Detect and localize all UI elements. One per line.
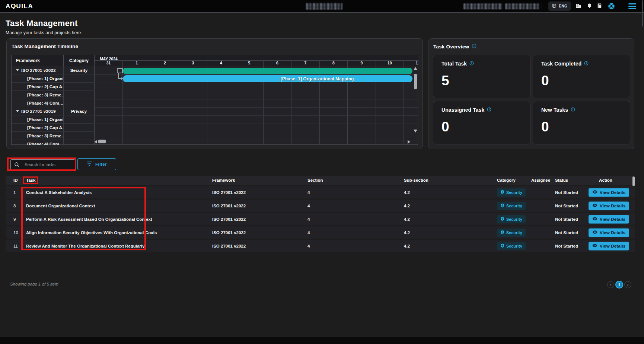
column-header-section: Section [307,176,323,185]
search-input[interactable] [11,160,75,169]
gantt-row[interactable]: [Phase: 3] Reme… [12,91,95,99]
cell-section: 4 [307,244,310,248]
gantt-row[interactable]: ISO 27701 v2019Privacy [12,107,95,115]
gantt-day-label: 9 [347,61,376,66]
gantt-day-label: 31 [95,61,122,66]
gantt-month-row: MAY 2024 [95,55,418,61]
chevron-down-icon[interactable] [16,69,19,71]
view-details-button[interactable]: View Details [589,228,629,237]
cell-sub-section: 4.2 [404,217,410,222]
organization-button[interactable] [576,3,581,10]
cell-framework: ISO 27001 v2022 [212,217,246,222]
prev-page-button[interactable]: ‹ [607,281,614,288]
search-box[interactable] [10,159,75,170]
language-button[interactable]: ENG [548,1,571,11]
scroll-thumb[interactable] [98,140,106,143]
category-badge: Security [497,215,526,223]
app-logo[interactable]: AQUILA [6,3,33,10]
cell-section: 4 [307,230,310,235]
globe-icon [552,3,557,9]
current-page-button[interactable]: 1 [615,281,623,289]
cell-sub-section: 4.2 [404,190,410,195]
cell-section: 4 [307,204,310,208]
info-icon[interactable] [469,61,474,67]
gantt-row[interactable]: [Phase: 1] Organi… [12,74,95,83]
dependency-handle[interactable] [117,68,123,73]
gantt-framework-cell: ISO 27001 v2022 [12,66,64,74]
gantt-row[interactable]: ISO 27001 v2022Security [12,66,95,74]
gantt-framework-cell: [Phase: 4] Com… [12,140,64,145]
logo-text: AQUILA [6,3,33,10]
pagination: ‹ 1 › [607,281,631,289]
support-button[interactable] [608,3,615,11]
gantt-row[interactable]: [Phase: 1] Organi… [12,115,95,124]
gantt-row-label: [Phase: 1] Organi… [27,76,64,81]
gantt-row[interactable]: [Phase: 4] Com… [12,99,95,107]
next-page-button[interactable]: › [624,281,631,288]
building-icon [576,3,581,10]
gantt-row[interactable]: [Phase: 2] Gap A… [12,83,95,91]
overview-title-text: Task Overview [433,44,469,50]
info-icon[interactable] [487,107,491,113]
cell-id: 11 [13,244,18,248]
documentation-button[interactable] [597,3,602,10]
metric-value: 5 [441,73,449,89]
table-row: 9Perform A Risk Assessment Based On Orga… [6,213,635,225]
info-icon[interactable] [571,107,575,113]
book-icon [597,3,602,10]
info-icon[interactable] [584,61,589,67]
metric-label: Task Completed [541,61,589,67]
view-details-button[interactable]: View Details [589,242,629,250]
cell-id: 8 [13,204,16,208]
scroll-down-arrow-icon[interactable] [414,130,417,133]
category-badge: Security [497,242,526,250]
table-header-row: IDTaskFrameworkSectionSub-sectionCategor… [6,176,635,185]
gantt-row[interactable]: [Phase: 2] Gap A… [12,124,95,132]
cell-status: Not Started [555,217,578,222]
filter-button[interactable]: Filter [77,158,116,170]
gantt-row-label: [Phase: 4] Com… [27,141,64,145]
view-details-button[interactable]: View Details [589,201,629,210]
view-details-button[interactable]: View Details [589,188,629,197]
gantt-bar-framework[interactable] [123,68,412,74]
metric-value: 0 [541,119,549,135]
shield-icon [500,190,504,195]
table-scrollbar-thumb[interactable] [632,176,635,186]
info-icon[interactable] [472,44,476,50]
gantt-horizontal-scrollbar[interactable] [95,139,415,144]
scroll-right-arrow-icon[interactable] [408,140,410,144]
chevron-down-icon[interactable] [16,110,19,112]
gantt-row-label: [Phase: 2] Gap A… [27,125,64,130]
gantt-day-label: 5 [235,61,263,66]
gantt-row-labels: ISO 27001 v2022Security[Phase: 1] Organi… [12,66,95,145]
eye-icon [592,203,597,208]
view-details-button[interactable]: View Details [589,215,629,223]
gantt-row[interactable]: [Phase: 3] Reme… [12,132,95,140]
metric-card: New Tasks0 [533,101,630,144]
column-header-sub-section: Sub-section [404,176,428,185]
cell-sub-section: 4.2 [404,230,410,235]
column-header-task: Task [26,176,35,185]
scroll-thumb[interactable] [414,74,417,89]
scroll-up-arrow-icon[interactable] [414,67,417,70]
notifications-button[interactable] [587,3,592,10]
gantt-day-label: 4 [207,61,235,66]
gantt-category-cell [64,83,95,90]
top-navbar: AQUILA ENG [0,0,644,13]
gantt-bar-phase[interactable]: [Phase: 1] Organizational Mapping [123,75,412,82]
page-scrollbar-thumb[interactable] [642,0,643,26]
lifebuoy-icon [608,3,615,11]
table-row: 10Align Information Security Objectives … [6,226,635,239]
grid-line [95,132,418,132]
column-header-id: ID [13,176,18,185]
redacted-text-center [306,3,342,10]
gantt-row[interactable]: [Phase: 4] Com… [12,140,95,145]
gantt-day-label: 6 [263,61,291,66]
menu-button[interactable] [628,3,636,9]
gantt-vertical-scrollbar[interactable] [412,67,418,144]
scroll-left-arrow-icon[interactable] [95,140,97,144]
cell-status: Not Started [555,204,578,208]
task-overview-panel: Task Overview Total Task5Task Completed0… [428,38,634,149]
page-subtitle: Manage your tasks and projects here. [6,30,82,35]
eye-icon [592,230,597,235]
